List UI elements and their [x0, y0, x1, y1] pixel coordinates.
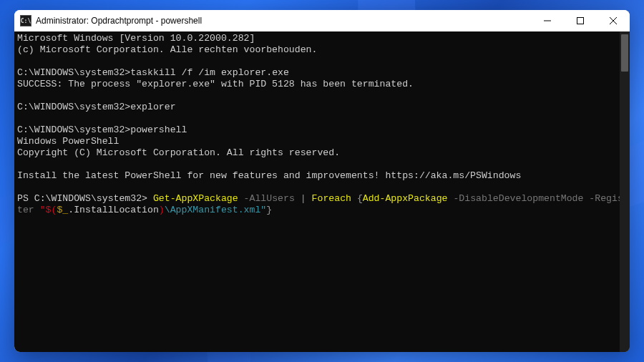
svg-rect-1	[577, 18, 584, 24]
command-text: explorer	[130, 102, 175, 112]
output-line: SUCCESS: The process "explorer.exe" with…	[17, 79, 414, 89]
titlebar[interactable]: C:\ Administrator: Opdrachtprompt - powe…	[14, 10, 630, 31]
minimize-button[interactable]	[531, 10, 564, 31]
output-line: Windows PowerShell	[17, 136, 119, 147]
terminal-window: C:\ Administrator: Opdrachtprompt - powe…	[14, 10, 630, 352]
ps-prompt-prefix: PS	[17, 193, 34, 204]
maximize-button[interactable]	[564, 10, 597, 31]
ps-param: -AllUsers	[238, 193, 301, 204]
ps-brace: {	[357, 193, 363, 204]
terminal-content[interactable]: Microsoft Windows [Version 10.0.22000.28…	[14, 31, 630, 352]
cmd-icon: C:\	[20, 15, 31, 26]
window-controls	[531, 10, 630, 31]
ps-pipe: |	[301, 193, 312, 204]
output-line: (c) Microsoft Corporation. Alle rechten …	[17, 44, 317, 55]
command-text: powershell	[130, 124, 187, 135]
ps-string: )	[159, 205, 165, 215]
ps-cmdlet: Foreach	[312, 193, 357, 204]
output-line: Microsoft Windows [Version 10.0.22000.28…	[17, 33, 255, 44]
ps-string: \AppXManifest.xml"	[165, 205, 266, 215]
scrollbar-thumb[interactable]	[621, 34, 628, 72]
prompt-path: C:\WINDOWS\system32>	[17, 102, 130, 112]
ps-brace: }	[266, 205, 272, 215]
command-text: taskkill /f /im explorer.exe	[130, 67, 289, 78]
ps-cmdlet: Add-AppxPackage	[363, 193, 448, 204]
output-line: Install the latest PowerShell for new fe…	[17, 170, 521, 181]
prompt-path: C:\WINDOWS\system32>	[17, 67, 130, 78]
ps-string: "$(	[40, 205, 57, 215]
ps-prompt-path: C:\WINDOWS\system32>	[34, 193, 153, 204]
prompt-path: C:\WINDOWS\system32>	[17, 124, 130, 135]
terminal-area[interactable]: Microsoft Windows [Version 10.0.22000.28…	[14, 31, 630, 352]
window-title: Administrator: Opdrachtprompt - powershe…	[36, 16, 531, 26]
scrollbar-track[interactable]	[620, 31, 630, 352]
ps-cmdlet: Get-AppXPackage	[153, 193, 238, 204]
output-line: Copyright (C) Microsoft Corporation. All…	[17, 147, 340, 158]
ps-property: .InstallLocation	[68, 205, 159, 215]
ps-variable: $_	[57, 205, 68, 215]
close-button[interactable]	[597, 10, 630, 31]
